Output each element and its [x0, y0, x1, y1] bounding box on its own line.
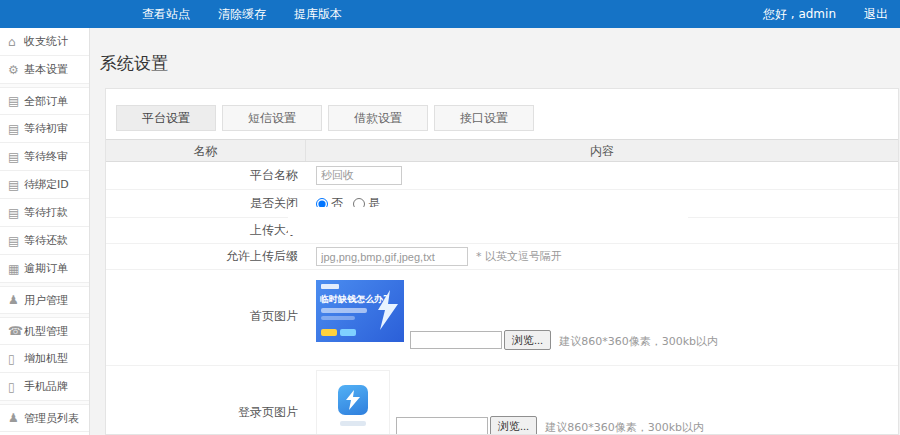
site-closed-label: 是否关闭	[106, 195, 306, 212]
tab-loan-settings[interactable]: 借款设置	[328, 105, 428, 131]
sidebar-item-label: 收支统计	[24, 34, 68, 49]
sidebar-item-label: 基本设置	[24, 62, 68, 77]
table-header-row: 名称 内容	[106, 140, 898, 162]
user-greeting: 您好 , admin	[747, 6, 852, 23]
login-image-note: 建议860*360像素，300kb以内	[545, 420, 704, 435]
home-image-content: 临时缺钱怎么办? 浏览... 建议860*360像素，300kb以内	[306, 270, 898, 365]
login-image-file-group: 浏览...	[396, 416, 537, 435]
sidebar-item-pending-payment[interactable]: ▤ 等待打款	[0, 199, 89, 227]
admin-dashboard: 查看站点 清除缓存 提库版本 您好 , admin 退出 ⌂ 收支统计 ⚙ 基本…	[0, 0, 900, 435]
home-image-file-group: 浏览...	[410, 330, 551, 350]
table-row-upload-ext: 允许上传后缀 * 以英文逗号隔开	[106, 244, 898, 270]
sidebar-item-phone-brands[interactable]: ▯ 手机品牌	[0, 373, 89, 401]
document-icon: ▤	[8, 178, 24, 192]
home-page-image-preview: 临时缺钱怎么办?	[316, 280, 404, 342]
page-title: 系统设置	[100, 52, 168, 75]
topbar-menu-clear-cache[interactable]: 清除缓存	[204, 0, 280, 28]
sidebar-item-income-stats[interactable]: ⌂ 收支统计	[0, 28, 89, 56]
banner-subtext-bar-2	[321, 316, 355, 320]
table-icon: ▦	[8, 262, 24, 276]
document-icon: ▤	[8, 150, 24, 164]
users-icon: ♟	[8, 411, 24, 425]
mobile-icon: ▯	[8, 352, 24, 366]
sidebar-item-label: 等待打款	[24, 205, 68, 220]
document-icon: ▤	[8, 234, 24, 248]
topbar-menu-db-version[interactable]: 提库版本	[280, 0, 356, 28]
phone-icon: ☎	[8, 324, 24, 338]
home-image-browse-button[interactable]: 浏览...	[504, 330, 551, 350]
login-image-browse-button[interactable]: 浏览...	[490, 416, 537, 435]
topbar-menu: 查看站点 清除缓存 提库版本	[128, 0, 356, 28]
sidebar-item-label: 逾期订单	[24, 261, 68, 276]
sidebar-item-label: 等待终审	[24, 149, 68, 164]
banner-pill-blue	[340, 329, 356, 336]
banner-logo	[321, 284, 339, 289]
sidebar-item-admin-list[interactable]: ♟ 管理员列表	[0, 404, 89, 432]
topbar: 查看站点 清除缓存 提库版本 您好 , admin 退出	[0, 0, 900, 28]
home-image-note: 建议860*360像素，300kb以内	[559, 334, 718, 349]
document-icon: ▤	[8, 94, 24, 108]
upload-ext-input[interactable]	[316, 247, 468, 266]
upload-ext-content: * 以英文逗号隔开	[306, 247, 898, 266]
platform-name-content	[306, 166, 898, 185]
table-row-home-image: 首页图片 临时缺钱怎么办? 浏	[106, 270, 898, 366]
sidebar-item-add-model[interactable]: ▯ 增加机型	[0, 345, 89, 373]
table-row-login-image: 登录页图片 浏览... 建议860*360像素，30	[106, 366, 898, 435]
sidebar-item-label: 等待还款	[24, 233, 68, 248]
sidebar-item-pending-final-review[interactable]: ▤ 等待终审	[0, 143, 89, 171]
app-logo-bolt-icon	[346, 390, 360, 410]
tab-api-settings[interactable]: 接口设置	[434, 105, 534, 131]
user-icon: ♟	[8, 293, 24, 307]
sidebar-item-label: 待绑定ID	[24, 177, 69, 192]
redacted-area	[288, 207, 688, 235]
home-image-label: 首页图片	[106, 308, 306, 325]
sidebar-item-pending-repayment[interactable]: ▤ 等待还款	[0, 227, 89, 255]
sidebar-item-label: 增加机型	[24, 351, 68, 366]
banner-pill-yellow	[321, 329, 337, 336]
sidebar-item-pending-bind-id[interactable]: ▤ 待绑定ID	[0, 171, 89, 199]
sidebar-item-label: 机型管理	[24, 324, 68, 339]
banner-subtext-bar	[321, 308, 367, 313]
table-row-platform-name: 平台名称	[106, 162, 898, 190]
sidebar-item-label: 手机品牌	[24, 379, 68, 394]
mobile-icon: ▯	[8, 380, 24, 394]
sidebar-item-label: 管理员列表	[24, 411, 79, 426]
platform-name-label: 平台名称	[106, 167, 306, 184]
column-header-content: 内容	[306, 140, 898, 161]
sidebar-item-label: 全部订单	[24, 94, 68, 109]
home-image-file-input[interactable]	[410, 331, 502, 349]
sidebar-item-user-management[interactable]: ♟ 用户管理	[0, 286, 89, 314]
app-logo-icon	[338, 385, 368, 415]
topbar-right: 您好 , admin 退出	[747, 6, 900, 23]
login-image-content: 浏览... 建议860*360像素，300kb以内	[306, 366, 898, 435]
settings-tabs: 平台设置 短信设置 借款设置 接口设置	[116, 105, 898, 131]
tab-platform-settings[interactable]: 平台设置	[116, 105, 216, 131]
upload-ext-label: 允许上传后缀	[106, 248, 306, 265]
column-header-name: 名称	[106, 140, 306, 161]
logout-link[interactable]: 退出	[852, 6, 900, 23]
login-page-image-preview	[316, 370, 390, 435]
app-caption-bar	[340, 421, 366, 426]
sidebar-item-model-management[interactable]: ☎ 机型管理	[0, 317, 89, 345]
topbar-menu-view-site[interactable]: 查看站点	[128, 0, 204, 28]
gear-icon: ⚙	[8, 63, 24, 77]
sidebar-item-all-orders[interactable]: ▤ 全部订单	[0, 87, 89, 115]
upload-ext-note: * 以英文逗号隔开	[476, 249, 562, 264]
sidebar-item-overdue-orders[interactable]: ▦ 逾期订单	[0, 255, 89, 283]
sidebar-item-label: 等待初审	[24, 121, 68, 136]
lightning-bolt-icon	[377, 290, 399, 330]
sidebar-item-basic-settings[interactable]: ⚙ 基本设置	[0, 56, 89, 84]
document-icon: ▤	[8, 122, 24, 136]
settings-card: 平台设置 短信设置 借款设置 接口设置 名称 内容 平台名称 是否关闭	[105, 88, 899, 435]
login-image-label: 登录页图片	[106, 404, 306, 421]
sidebar-item-pending-first-review[interactable]: ▤ 等待初审	[0, 115, 89, 143]
home-icon: ⌂	[8, 35, 24, 49]
platform-name-input[interactable]	[316, 166, 402, 185]
sidebar-item-label: 用户管理	[24, 293, 68, 308]
sidebar: ⌂ 收支统计 ⚙ 基本设置 ▤ 全部订单 ▤ 等待初审 ▤ 等待终审 ▤ 待绑定…	[0, 28, 90, 435]
upload-size-label: 上传大小	[106, 222, 306, 239]
document-icon: ▤	[8, 206, 24, 220]
tab-sms-settings[interactable]: 短信设置	[222, 105, 322, 131]
settings-table: 名称 内容 平台名称 是否关闭 否	[106, 139, 898, 435]
login-image-file-input[interactable]	[396, 417, 488, 435]
